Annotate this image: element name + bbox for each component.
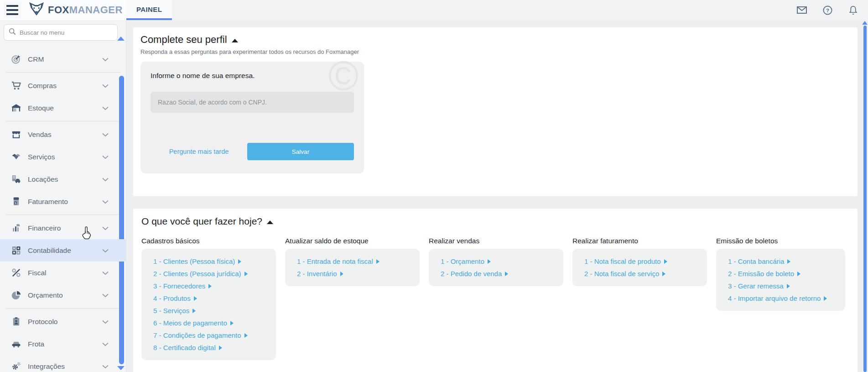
link-arrow-icon	[244, 333, 248, 338]
target-icon	[10, 54, 22, 65]
sidebar-item-locacoes[interactable]: Locações	[0, 168, 126, 190]
company-question-card: Informe o nome de sua empresa. © Pergunt…	[140, 62, 364, 173]
sidebar-item-label: Compras	[28, 82, 57, 90]
quick-links-card: 1 - Clientes (Pessoa física) 2 - Cliente…	[141, 249, 276, 360]
quick-link[interactable]: 2 - Emissão de boleto	[728, 267, 837, 280]
bar-chart-icon	[10, 223, 22, 234]
menu-divider	[5, 121, 120, 121]
sidebar-item-contabilidade[interactable]: Contabilidade	[0, 239, 126, 262]
quick-link[interactable]: 8 - Certificado digital	[153, 341, 268, 354]
today-section: O que você quer fazer hoje? Cadastros bá…	[133, 209, 858, 372]
tab-painel[interactable]: PAINEL	[126, 0, 172, 20]
chevron-down-icon	[102, 224, 109, 232]
quick-link[interactable]: 7 - Condições de pagamento	[153, 329, 268, 341]
link-arrow-icon	[797, 272, 800, 276]
quick-link-label: 8 - Certificado digital	[153, 344, 216, 351]
save-button[interactable]: Salvar	[247, 143, 354, 160]
quick-link[interactable]: 2 - Pedido de venda	[441, 267, 555, 280]
sidebar-scroll-up-icon[interactable]	[117, 37, 125, 41]
quick-link[interactable]: 4 - Produtos	[153, 292, 268, 304]
quick-link[interactable]: 3 - Fornecedores	[153, 280, 268, 292]
sidebar-item-label: Faturamento	[28, 198, 68, 206]
sidebar-item-financeiro[interactable]: Financeiro	[0, 217, 126, 239]
link-arrow-icon	[488, 259, 491, 264]
column-header: Cadastros básicos	[141, 237, 276, 245]
sidebar-item-label: Estoque	[28, 104, 54, 112]
chevron-down-icon	[102, 82, 109, 90]
quick-link[interactable]: 2 - Nota fiscal de serviço	[584, 267, 699, 280]
column-realizar-vendas: Realizar vendas 1 - Orçamento 2 - Pedido…	[429, 237, 563, 360]
quick-link[interactable]: 1 - Entrada de nota fiscal	[297, 255, 411, 267]
quick-link[interactable]: 1 - Orçamento	[441, 255, 555, 267]
app-title: FOXMANAGER	[48, 4, 123, 16]
quick-link[interactable]: 1 - Nota fiscal de produto	[584, 255, 699, 267]
mail-icon[interactable]	[797, 5, 807, 15]
chevron-down-icon	[102, 104, 109, 112]
quick-link[interactable]: 2 - Clientes (Pessoa jurídica)	[153, 267, 268, 280]
profile-section-title: Complete seu perfil	[140, 34, 227, 46]
chevron-down-icon	[102, 175, 109, 183]
sidebar: CRM Compras Estoque Vendas	[0, 20, 126, 372]
search-icon	[9, 28, 16, 37]
menu-divider	[5, 215, 120, 215]
sidebar-item-faturamento[interactable]: $ Faturamento	[0, 190, 126, 213]
sidebar-item-crm[interactable]: CRM	[0, 48, 126, 70]
quick-link[interactable]: 1 - Clientes (Pessoa física)	[153, 255, 268, 267]
sidebar-item-label: Financeiro	[28, 224, 61, 232]
sidebar-item-frota[interactable]: Frota	[0, 333, 126, 355]
svg-text:$: $	[15, 201, 16, 204]
bell-icon[interactable]	[848, 5, 858, 15]
sidebar-item-estoque[interactable]: Estoque	[0, 97, 126, 119]
calculator-icon	[10, 245, 22, 256]
hamburger-menu-icon[interactable]	[4, 2, 21, 18]
sidebar-item-fiscal[interactable]: Fiscal	[0, 262, 126, 284]
quick-link-label: 2 - Nota fiscal de serviço	[584, 270, 659, 278]
link-arrow-icon	[219, 346, 222, 350]
quick-link-label: 1 - Conta bancária	[728, 257, 784, 265]
quick-link-label: 3 - Fornecedores	[153, 282, 205, 290]
sidebar-item-protocolo[interactable]: Protocolo	[0, 310, 126, 333]
sidebar-item-compras[interactable]: Compras	[0, 74, 126, 97]
help-icon[interactable]: ?	[822, 5, 832, 15]
quick-link-label: 2 - Inventário	[297, 270, 337, 278]
quick-link-label: 5 - Serviços	[153, 307, 189, 314]
chevron-down-icon	[102, 131, 109, 139]
link-arrow-icon	[238, 259, 241, 264]
question-text: Informe o nome de sua empresa.	[151, 72, 354, 80]
sidebar-item-label: Frota	[28, 340, 44, 348]
quick-link[interactable]: 1 - Conta bancária	[728, 255, 837, 267]
chevron-down-icon	[102, 55, 109, 63]
sidebar-item-orcamento[interactable]: Orçamento	[0, 284, 126, 306]
quick-link[interactable]: 6 - Meios de pagamento	[153, 317, 268, 329]
sidebar-item-label: Contabilidade	[28, 246, 71, 255]
collapse-icon[interactable]	[232, 39, 238, 42]
page-scroll-up-icon[interactable]	[862, 21, 868, 25]
ask-later-link[interactable]: Pergunte mais tarde	[151, 148, 247, 155]
company-name-input[interactable]	[151, 92, 354, 113]
quick-link[interactable]: 4 - Importar arquivo de retorno	[728, 292, 831, 304]
menu-divider	[5, 308, 120, 309]
quick-link-label: 1 - Entrada de nota fiscal	[297, 257, 373, 265]
sidebar-item-label: Serviços	[28, 153, 55, 161]
page-scrollbar[interactable]	[863, 26, 867, 372]
link-arrow-icon	[787, 284, 790, 288]
chevron-down-icon	[102, 291, 109, 299]
link-arrow-icon	[505, 272, 508, 276]
search-input[interactable]	[20, 29, 102, 36]
column-cadastros-basicos: Cadastros básicos 1 - Clientes (Pessoa f…	[141, 237, 276, 360]
collapse-icon[interactable]	[267, 220, 273, 224]
quick-link[interactable]: 2 - Inventário	[297, 267, 411, 280]
quick-link-label: 2 - Clientes (Pessoa jurídica)	[153, 270, 241, 278]
profile-section-subtitle: Responda a essas perguntas para experime…	[140, 48, 850, 55]
cart-icon	[10, 80, 22, 91]
column-realizar-faturamento: Realizar faturamento 1 - Nota fiscal de …	[572, 237, 707, 360]
menu-divider	[5, 72, 120, 73]
sidebar-item-vendas[interactable]: Vendas	[0, 123, 126, 146]
today-section-title: O que você quer fazer hoje?	[141, 216, 262, 227]
quick-link[interactable]: 3 - Gerar remessa	[728, 280, 837, 292]
fox-logo-icon	[27, 2, 46, 18]
quick-link[interactable]: 5 - Serviços	[153, 304, 268, 317]
sidebar-item-servicos[interactable]: Serviços	[0, 146, 126, 168]
sidebar-item-label: Integrações	[28, 362, 65, 371]
sidebar-item-integracoes[interactable]: Integrações	[0, 355, 126, 372]
